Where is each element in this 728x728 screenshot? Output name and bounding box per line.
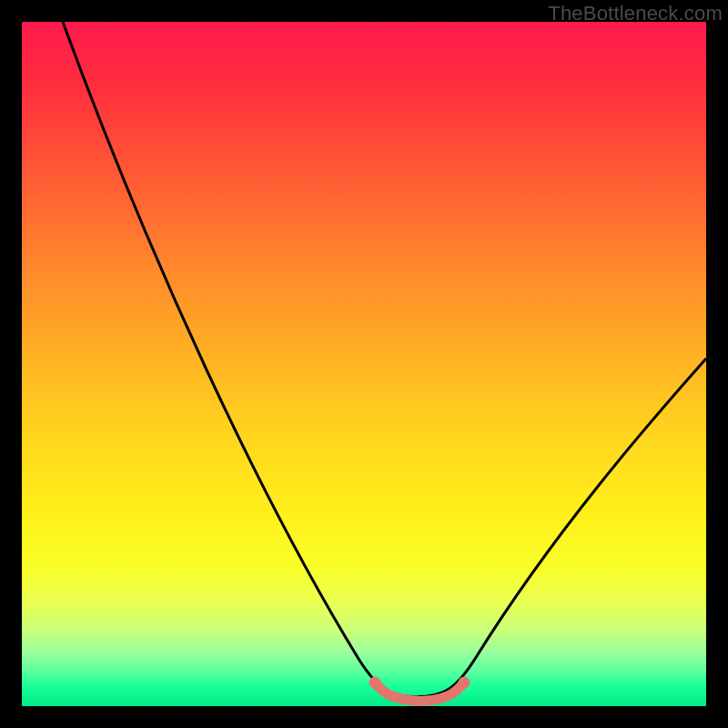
watermark-text: TheBottleneck.com	[548, 2, 723, 25]
chart-frame: TheBottleneck.com	[0, 0, 728, 728]
bottleneck-curve	[22, 22, 706, 706]
plot-area	[22, 22, 706, 706]
trough-left-dot	[369, 677, 381, 689]
curve-path	[63, 22, 706, 697]
curve-trough-highlight	[375, 682, 464, 701]
trough-right-dot	[459, 677, 470, 689]
